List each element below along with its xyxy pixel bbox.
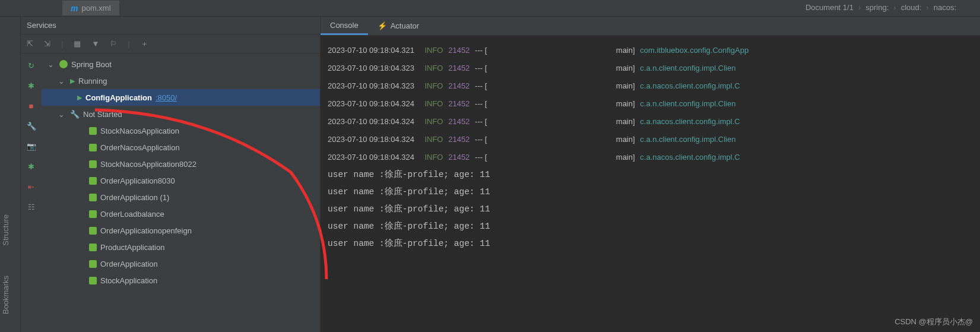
watermark: CSDN @程序员小杰@	[895, 317, 973, 327]
spring-icon	[89, 160, 97, 168]
breadcrumb-item[interactable]: Document 1/1	[805, 3, 854, 12]
expand-all-icon[interactable]: ⇱	[27, 39, 33, 48]
tree-running[interactable]: ⌄▶ Running	[42, 72, 320, 89]
tree-root-label: Spring Boot	[71, 60, 112, 69]
play-icon: ▶	[70, 77, 75, 85]
services-panel: Services ⇱ ⇲ | ▦ ▼ ⚐ | ＋ ↻ ✱ ■ 🔧 📷 ✱ ⇤ ☷	[21, 17, 321, 332]
tree-app[interactable]: StockApplication	[42, 272, 320, 289]
breadcrumb-item[interactable]: cloud:	[901, 3, 922, 12]
camera-icon[interactable]: 📷	[26, 140, 37, 152]
bug-icon[interactable]: ✱	[26, 160, 37, 172]
tree-root[interactable]: ⌄ Spring Boot	[42, 56, 320, 72]
file-tab[interactable]: m pom.xml	[62, 1, 119, 15]
console-output[interactable]: 2023-07-10 09:18:04.321 INFO 21452 --- […	[321, 36, 980, 332]
layout-icon[interactable]: ☷	[26, 201, 37, 213]
debug-icon[interactable]: ✱	[26, 80, 37, 91]
breadcrumb-item[interactable]: nacos:	[934, 3, 956, 12]
spring-icon	[89, 277, 97, 284]
bookmark-icon[interactable]: ⚐	[110, 39, 117, 48]
filter-icon[interactable]: ▼	[91, 39, 99, 48]
breadcrumb: Document 1/1› spring:› cloud:› nacos:	[805, 3, 956, 12]
stop-icon[interactable]: ■	[26, 100, 37, 112]
spring-icon	[89, 177, 97, 185]
tab-console[interactable]: Console	[321, 17, 368, 35]
collapse-all-icon[interactable]: ⇲	[44, 39, 50, 48]
tree-app-config[interactable]: ▶ ConfigApplication :8050/	[42, 89, 320, 106]
add-icon[interactable]: ＋	[141, 39, 148, 49]
left-toolbar: ↻ ✱ ■ 🔧 📷 ✱ ⇤ ☷	[21, 53, 42, 332]
main-area: Services ⇱ ⇲ | ▦ ▼ ⚐ | ＋ ↻ ✱ ■ 🔧 📷 ✱ ⇤ ☷	[0, 17, 980, 332]
panel-title: Services	[27, 21, 56, 30]
maven-icon: m	[71, 4, 78, 13]
spring-icon	[89, 144, 97, 151]
spring-icon	[59, 60, 68, 68]
wrench-icon: 🔧	[70, 110, 80, 119]
grid-icon[interactable]: ▦	[74, 39, 81, 48]
panel-toolbar: ⇱ ⇲ | ▦ ▼ ⚐ | ＋	[21, 34, 320, 53]
breadcrumb-item[interactable]: spring:	[865, 3, 889, 12]
tree-notstarted[interactable]: ⌄🔧 Not Started	[42, 106, 320, 122]
side-labels: Structure Bookmarks	[1, 214, 10, 314]
console-area: Console ⚡Actuator 2023-07-10 09:18:04.32…	[321, 17, 980, 332]
notstarted-label: Not Started	[83, 110, 122, 119]
file-tab-name: pom.xml	[81, 4, 110, 12]
spring-icon	[89, 227, 97, 235]
tree-app[interactable]: OrderApplication	[42, 255, 320, 272]
spring-icon	[89, 244, 97, 251]
tree-app[interactable]: OrderNacosApplication	[42, 139, 320, 156]
panel-body: ↻ ✱ ■ 🔧 📷 ✱ ⇤ ☷ ⌄ Spring Boot ⌄▶ Running	[21, 53, 320, 332]
tree-app[interactable]: StockNacosApplication	[42, 122, 320, 139]
app-port-link[interactable]: :8050/	[156, 93, 177, 102]
structure-tab[interactable]: Structure	[1, 214, 10, 246]
spring-icon	[89, 210, 97, 218]
tree-app[interactable]: OrderApplication (1)	[42, 189, 320, 205]
play-icon: ▶	[77, 94, 82, 102]
tree-app[interactable]: ProductApplication	[42, 239, 320, 255]
rerun-icon[interactable]: ↻	[26, 59, 37, 71]
tree-app[interactable]: OrderLoadbalance	[42, 205, 320, 222]
tab-actuator[interactable]: ⚡Actuator	[368, 17, 429, 35]
spring-icon	[89, 194, 97, 201]
bookmarks-tab[interactable]: Bookmarks	[1, 276, 10, 314]
console-tabs: Console ⚡Actuator	[321, 17, 980, 36]
app-name: ConfigApplication	[85, 93, 152, 102]
tree-app[interactable]: OrderApplication8030	[42, 172, 320, 189]
actuator-icon: ⚡	[378, 21, 387, 30]
top-bar: m pom.xml Document 1/1› spring:› cloud:›…	[0, 0, 980, 17]
tree-app[interactable]: StockNacosApplication8022	[42, 156, 320, 172]
wrench-icon[interactable]: 🔧	[26, 120, 37, 132]
spring-icon	[89, 127, 97, 135]
panel-header: Services	[21, 17, 320, 34]
services-tree: ⌄ Spring Boot ⌄▶ Running ▶ ConfigApplica…	[42, 53, 320, 332]
tree-app[interactable]: OrderApplicationopenfeign	[42, 222, 320, 239]
exit-icon[interactable]: ⇤	[26, 181, 37, 192]
running-label: Running	[78, 77, 107, 86]
spring-icon	[89, 260, 97, 268]
